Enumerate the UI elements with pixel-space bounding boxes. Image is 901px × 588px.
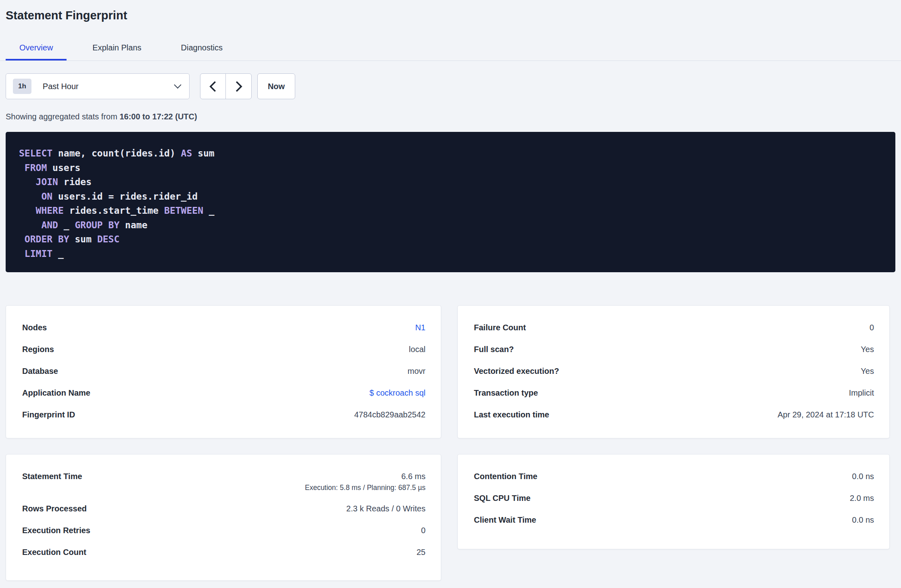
aggregated-stats-caption: Showing aggregated stats from 16:00 to 1… [6,111,895,122]
stat-value: 4784cb829aab2542 [354,410,425,419]
stat-value: Yes [861,345,874,354]
stat-label: Transaction type [474,387,538,398]
stat-label: Nodes [22,322,47,333]
stat-value-link[interactable]: $ cockroach sql [369,388,425,397]
stat-value: Yes [861,367,874,375]
stat-label: Failure Count [474,322,526,333]
page-title: Statement Fingerprint [6,9,895,22]
aggregated-stats-range: 16:00 to 17:22 (UTC) [119,112,197,121]
next-time-button[interactable] [226,74,251,99]
stat-row: Application Name$ cockroach sql [22,387,425,398]
stat-row: Execution Retries0 [22,525,425,536]
stat-row: Execution Count25 [22,546,425,558]
time-range-label: Past Hour [43,82,79,91]
stat-row: Rows Processed2.3 k Reads / 0 Writes [22,503,425,514]
tab-explain-plans[interactable]: Explain Plans [79,43,155,60]
stat-value: 2.0 ms [850,494,874,503]
stat-value: Apr 29, 2024 at 17:18 UTC [778,410,874,419]
stat-row: Vectorized execution?Yes [474,365,874,377]
statement-time-card: Statement Time6.6 msExecution: 5.8 ms / … [6,454,441,581]
stat-row: Full scan?Yes [474,344,874,355]
stat-value: 0.0 ns [852,472,874,481]
time-range-select[interactable]: 1h Past Hour [6,73,190,99]
sql-line: AND _ GROUP BY name [19,218,882,233]
stat-row: NodesN1 [22,322,425,333]
execution-attributes-card: Failure Count0Full scan?YesVectorized ex… [457,305,890,438]
tab-overview[interactable]: Overview [6,43,67,60]
chevron-left-icon [209,81,220,92]
stat-value-link[interactable]: N1 [415,323,425,332]
stat-label: Last execution time [474,409,549,420]
stat-label: Database [22,365,58,377]
tab-diagnostics[interactable]: Diagnostics [167,43,236,60]
sql-line: ON users.id = rides.rider_id [19,190,882,204]
stat-label: Full scan? [474,344,514,355]
stat-label: Client Wait Time [474,514,536,525]
stat-label: Contention Time [474,471,537,482]
stat-label: Fingerprint ID [22,409,75,420]
stat-row: Transaction typeImplicit [474,387,874,398]
time-picker-row: 1h Past Hour Now [6,73,895,99]
stat-value: 25 [417,548,425,557]
stat-row: Databasemovr [22,365,425,377]
sql-statement-box: SELECT name, count(rides.id) AS sum FROM… [6,132,895,272]
performance-cards-row: Statement Time6.6 msExecution: 5.8 ms / … [6,454,895,581]
aggregated-stats-prefix: Showing aggregated stats from [6,112,119,121]
stat-value: 6.6 ms [401,472,425,481]
stat-value: Implicit [849,388,874,397]
stat-label: Vectorized execution? [474,365,559,377]
stat-row: Failure Count0 [474,322,874,333]
now-button[interactable]: Now [257,73,295,99]
statement-fingerprint-page: Statement Fingerprint Overview Explain P… [0,9,901,581]
stat-row: SQL CPU Time2.0 ms [474,492,874,504]
time-step-buttons [200,73,252,99]
stat-value: local [409,345,425,354]
stat-subvalue: Execution: 5.8 ms / Planning: 687.5 µs [305,483,425,492]
prev-time-button[interactable] [200,74,226,99]
sql-line: SELECT name, count(rides.id) AS sum [19,146,882,161]
sql-line: WHERE rides.start_time BETWEEN _ [19,204,882,218]
time-range-badge: 1h [13,79,31,94]
stat-label: Application Name [22,387,90,398]
stat-row: Regionslocal [22,344,425,355]
stat-row: Client Wait Time0.0 ns [474,514,874,525]
wait-time-card: Contention Time0.0 nsSQL CPU Time2.0 msC… [457,454,890,549]
stat-row: Statement Time6.6 msExecution: 5.8 ms / … [22,471,425,492]
chevron-right-icon [232,81,242,92]
overview-cards-row: NodesN1RegionslocalDatabasemovrApplicati… [6,305,895,438]
stat-value: movr [408,367,425,375]
stat-value: 0 [870,323,874,332]
stat-label: Regions [22,344,54,355]
statement-details-card: NodesN1RegionslocalDatabasemovrApplicati… [6,305,441,438]
tabs: Overview Explain Plans Diagnostics [0,43,901,60]
stat-label: SQL CPU Time [474,492,530,504]
sql-line: FROM users [19,161,882,175]
sql-line: LIMIT _ [19,247,882,261]
stat-label: Statement Time [22,471,82,482]
stat-row: Fingerprint ID4784cb829aab2542 [22,409,425,420]
sql-line: ORDER BY sum DESC [19,232,882,247]
stat-value: 0 [421,526,425,535]
sql-line: JOIN rides [19,175,882,190]
tabs-bar: Overview Explain Plans Diagnostics [0,43,901,61]
stat-row: Last execution timeApr 29, 2024 at 17:18… [474,409,874,420]
stat-row: Contention Time0.0 ns [474,471,874,482]
stat-label: Rows Processed [22,503,87,514]
stat-value: 0.0 ns [852,515,874,524]
stat-label: Execution Count [22,546,86,558]
stat-label: Execution Retries [22,525,90,536]
stat-value: 2.3 k Reads / 0 Writes [346,504,425,513]
chevron-down-icon [174,81,181,88]
